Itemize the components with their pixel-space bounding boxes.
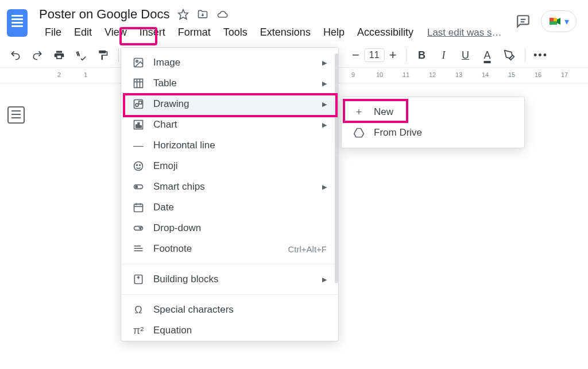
ruler-tick: 16 xyxy=(525,71,551,80)
font-size-increase[interactable]: + xyxy=(389,48,397,63)
menu-scrollbar[interactable] xyxy=(335,53,338,283)
menu-tools[interactable]: Tools xyxy=(218,24,253,41)
menu-item-table[interactable]: Table ▶ xyxy=(121,73,338,94)
last-edit-link[interactable]: Last edit was se… xyxy=(427,24,502,41)
svg-point-22 xyxy=(140,165,141,166)
menu-item-building-blocks[interactable]: Building blocks ▶ xyxy=(121,269,338,290)
ruler-tick: 17 xyxy=(551,71,578,80)
italic-button[interactable]: I xyxy=(438,49,450,62)
title-area: Poster on Google Docs File Edit View Ins… xyxy=(39,5,516,41)
text-color-button[interactable]: A xyxy=(481,49,494,62)
menu-insert[interactable]: Insert xyxy=(134,24,171,41)
menu-item-label: Chart xyxy=(153,119,177,130)
menu-item-date[interactable]: Date xyxy=(121,197,338,218)
more-tools-button[interactable]: ••• xyxy=(535,49,547,62)
menu-item-image[interactable]: Image ▶ xyxy=(121,52,338,73)
header-right: ▾ xyxy=(516,5,581,32)
docs-logo-icon[interactable] xyxy=(7,9,28,37)
svg-rect-33 xyxy=(134,251,143,252)
submenu-item-new[interactable]: + New xyxy=(342,102,524,122)
menu-item-dropdown[interactable]: Drop-down xyxy=(121,218,338,239)
menu-item-label: Drop-down xyxy=(153,222,201,234)
cloud-status-icon[interactable] xyxy=(216,9,228,20)
table-icon xyxy=(133,78,144,89)
menu-accessibility[interactable]: Accessibility xyxy=(351,24,419,41)
svg-rect-5 xyxy=(550,21,557,25)
menu-item-horizontal-line[interactable]: — Horizontal line xyxy=(121,135,338,156)
document-outline-icon[interactable] xyxy=(7,106,25,124)
dropdown-icon xyxy=(133,222,144,234)
comment-history-icon[interactable] xyxy=(516,14,531,29)
omega-icon: Ω xyxy=(133,304,144,316)
menu-item-drawing[interactable]: Drawing ▶ xyxy=(121,94,338,114)
calendar-icon xyxy=(133,202,144,213)
ruler-tick: 10 xyxy=(366,71,393,80)
redo-button[interactable] xyxy=(31,49,44,62)
building-blocks-icon xyxy=(133,274,144,285)
spellcheck-button[interactable] xyxy=(75,49,87,62)
submenu-arrow-icon: ▶ xyxy=(322,59,327,67)
print-button[interactable] xyxy=(53,49,65,62)
ruler-tick: 2 xyxy=(46,71,72,80)
paint-format-button[interactable] xyxy=(96,49,109,62)
submenu-arrow-icon: ▶ xyxy=(322,80,327,87)
svg-rect-25 xyxy=(134,204,143,212)
menu-divider xyxy=(121,264,338,264)
menu-help[interactable]: Help xyxy=(318,24,350,41)
move-folder-icon[interactable] xyxy=(197,9,208,20)
menu-view[interactable]: View xyxy=(99,24,133,41)
font-size-decrease[interactable]: − xyxy=(352,48,359,63)
ruler-tick: 14 xyxy=(472,71,498,80)
menu-item-emoji[interactable]: Emoji xyxy=(121,156,338,176)
submenu-arrow-icon: ▶ xyxy=(322,101,327,108)
svg-rect-17 xyxy=(136,125,138,128)
meet-button[interactable]: ▾ xyxy=(541,10,577,32)
menu-item-label: Table xyxy=(153,78,177,89)
left-rail xyxy=(0,83,32,369)
svg-marker-6 xyxy=(557,18,560,25)
menu-edit[interactable]: Edit xyxy=(68,24,98,41)
smart-chips-icon xyxy=(133,181,144,193)
svg-rect-31 xyxy=(134,245,141,247)
svg-marker-30 xyxy=(140,228,141,229)
underline-button[interactable]: U xyxy=(459,49,472,62)
svg-marker-0 xyxy=(179,10,188,20)
chart-icon xyxy=(133,119,144,130)
menu-item-equation[interactable]: π² Equation xyxy=(121,320,338,341)
submenu-item-from-drive[interactable]: From Drive xyxy=(342,122,524,143)
menu-format[interactable]: Format xyxy=(172,24,216,41)
svg-rect-32 xyxy=(134,248,143,249)
header: Poster on Google Docs File Edit View Ins… xyxy=(0,0,588,41)
svg-marker-37 xyxy=(354,129,364,137)
star-icon[interactable] xyxy=(177,9,189,20)
menu-file[interactable]: File xyxy=(39,24,67,41)
menu-item-label: Emoji xyxy=(153,160,178,172)
menu-item-footnote[interactable]: Footnote Ctrl+Alt+F xyxy=(121,239,338,259)
document-title[interactable]: Poster on Google Docs xyxy=(39,7,169,22)
emoji-icon xyxy=(133,160,144,172)
menu-item-special-characters[interactable]: Ω Special characters xyxy=(121,299,338,320)
separator xyxy=(525,48,525,62)
submenu-arrow-icon: ▶ xyxy=(322,121,327,129)
menu-item-label: Date xyxy=(153,202,174,213)
ruler-tick: 12 xyxy=(419,71,446,80)
drawing-icon xyxy=(133,98,144,110)
menu-extensions[interactable]: Extensions xyxy=(254,24,316,41)
menu-item-label: Drawing xyxy=(153,98,189,110)
undo-button[interactable] xyxy=(9,49,22,62)
bold-button[interactable]: B xyxy=(416,49,428,62)
ruler-tick: 11 xyxy=(393,71,419,80)
svg-point-21 xyxy=(137,165,138,166)
menu-item-label: Smart chips xyxy=(153,181,205,193)
font-size-input[interactable]: 11 xyxy=(364,48,385,62)
ruler-tick: 1 xyxy=(72,71,99,80)
horizontal-line-icon: — xyxy=(133,140,144,151)
submenu-arrow-icon: ▶ xyxy=(322,183,327,191)
menu-item-chart[interactable]: Chart ▶ xyxy=(121,114,338,135)
menu-item-label: Equation xyxy=(153,325,192,336)
menu-item-label: Building blocks xyxy=(153,274,218,285)
google-meet-icon xyxy=(548,14,562,28)
menu-item-smart-chips[interactable]: Smart chips ▶ xyxy=(121,176,338,197)
highlight-color-button[interactable] xyxy=(503,49,516,62)
footnote-icon xyxy=(133,243,144,255)
